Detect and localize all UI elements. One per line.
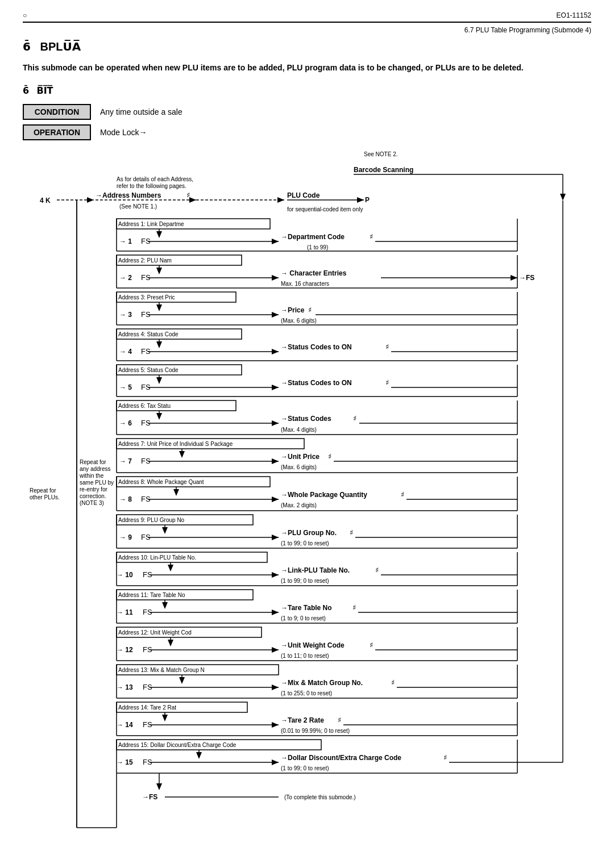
svg-marker-85 [173,489,179,496]
svg-marker-128 [272,647,279,653]
repeat-any-label4: same PLU by [80,479,114,486]
addr15-label: Address 15: Dollar Dicount/Extra Charge … [118,742,237,748]
svg-marker-55 [156,377,162,384]
svg-text:♯: ♯ [443,753,447,762]
addr15-note: (1 to 99; 0 to reset) [281,765,329,771]
svg-marker-30 [511,275,517,281]
barcode-scanning-label: Barcode Scanning [354,166,413,174]
addr12-note: (1 to 11; 0 to reset) [281,653,329,659]
svg-text:♯: ♯ [338,716,341,724]
addr7-action: →Unit Price [281,453,320,461]
note1-text: (See NOTE 1.) [119,203,157,210]
repeat-any-label5: re-entry for [80,486,108,493]
subsection-title: 6̄ B̅I̅T̅ [23,85,591,96]
svg-marker-118 [272,610,279,615]
left-code: ○ [23,11,27,19]
svg-marker-4 [87,197,94,203]
svg-marker-108 [272,572,279,578]
plu-code-label: PLU Code [287,191,320,199]
addr3-note: (Max. 6 digits) [281,318,317,324]
svg-text:♯: ♯ [328,452,331,461]
details-note-line2: refer to the following pages. [117,183,186,189]
addr3-num: → 3 [119,311,132,319]
svg-marker-145 [162,715,168,721]
addr6-label: Address 6: Tax Statu [118,403,171,409]
svg-marker-35 [156,304,162,311]
addr7-note: (Max. 6 digits) [281,464,317,470]
addr3-action: →Price [281,306,305,314]
start-label: 4 K [40,197,51,205]
addr1-label: Address 1: Link Departme [118,221,184,227]
svg-marker-68 [272,420,279,426]
addr4-action: →Status Codes to ON [281,343,352,351]
svg-marker-25 [156,268,162,274]
addr6-note: (Max. 4 digits) [281,427,317,433]
addr10-num: → 10 [117,571,133,579]
svg-marker-98 [272,535,279,540]
addr1-action: →Department Code [281,233,345,241]
addr6-action: →Status Codes [281,415,331,423]
svg-text:♯: ♯ [391,678,395,687]
addr10-label: Address 10: Lin-PLU Table No. [118,554,196,561]
svg-marker-45 [156,341,162,348]
addr3-label: Address 3: Preset Pric [118,294,175,301]
addr8-note: (Max. 2 digits) [281,502,317,508]
section-divider [23,22,591,23]
addr4-num: → 4 [119,348,132,356]
flow-diagram: .flow-text { font-family: Arial, sans-se… [28,146,586,858]
svg-text:♯: ♯ [370,232,373,241]
svg-marker-165 [156,783,162,790]
repeat-any-label7: (NOTE 3) [80,500,104,506]
svg-marker-65 [156,413,162,420]
addr10-action: →Link-PLU Table No. [281,566,350,574]
svg-marker-148 [272,722,279,728]
svg-marker-7 [189,197,196,203]
addr6-num: → 6 [119,419,132,427]
svg-marker-105 [168,565,173,571]
svg-marker-158 [272,760,279,765]
svg-marker-78 [272,458,279,464]
addr8-action: →Whole Package Quantity [281,491,367,499]
intro-text: This submode can be operated when new PL… [23,61,591,74]
addr10-note: (1 to 99; 0 to reset) [281,578,329,584]
repeat-any-label3: within the [79,473,104,479]
repeat-other-label1: Repeat for [30,487,56,494]
subsection-label: 6.7 PLU Table Programming (Submode 4) [464,26,591,34]
section-title: 6̄ BPLU̅A̅ [23,40,591,53]
addr2-label: Address 2: PLU Nam [118,257,172,264]
addr5-label: Address 5: Status Code [118,367,179,373]
svg-marker-15 [156,231,162,238]
svg-text:♯: ♯ [401,490,404,499]
addr4-label: Address 4: Status Code [118,331,179,337]
addr13-action: →Mix & Match Group No. [281,679,363,687]
addr2-note: Max. 16 characters [281,281,329,287]
svg-marker-58 [272,385,279,390]
doc-number: EO1-11152 [557,11,591,19]
svg-marker-9 [277,197,284,203]
addr12-num: → 12 [117,646,133,654]
complete-submode: (To complete this submode.) [284,794,356,800]
repeat-any-label6: correction. [80,493,106,499]
svg-marker-125 [168,640,173,646]
condition-badge: CONDITION [23,104,91,120]
svg-marker-2 [560,194,566,201]
condition-operation-area: CONDITION Any time outside a sale OPERAT… [23,104,591,140]
addr9-action: →PLU Group No. [281,529,337,537]
svg-text:♯: ♯ [352,603,356,612]
addr12-action: →Unit Weight Code [281,641,345,649]
svg-marker-48 [272,349,279,354]
operation-row: OPERATION Mode Lock→ [23,124,591,140]
svg-marker-75 [179,451,185,458]
svg-marker-88 [272,496,279,502]
svg-marker-135 [179,677,185,684]
addr12-label: Address 12: Unit Weight Cod [118,629,192,636]
addr13-note: (1 to 255; 0 to reset) [281,690,332,696]
svg-text:♯: ♯ [385,378,389,387]
see-note2-text: See NOTE 2. [364,151,397,157]
addr9-num: → 9 [119,533,132,541]
svg-marker-95 [162,527,168,534]
final-fs: →FS [142,793,157,801]
svg-marker-138 [272,685,279,690]
condition-row: CONDITION Any time outside a sale [23,104,591,120]
addr13-label: Address 13: Mix & Match Group N [118,667,205,673]
